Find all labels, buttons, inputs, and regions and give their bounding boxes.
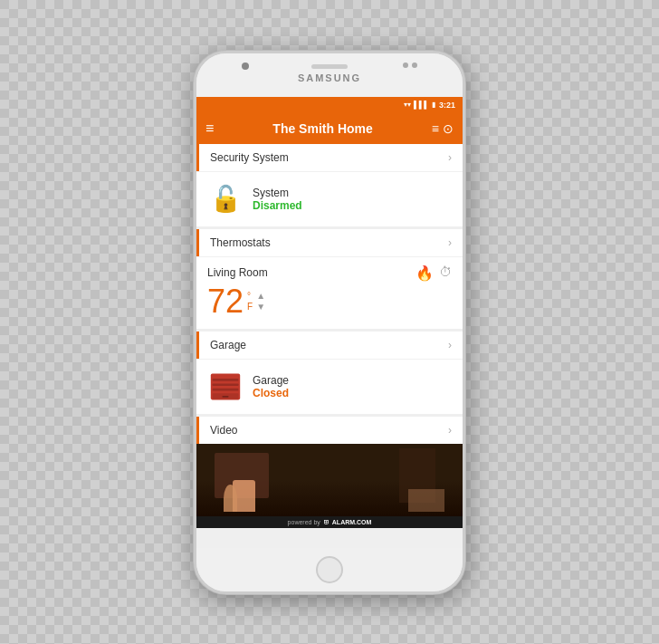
video-section: Video › powered by ⛨ bbox=[196, 417, 463, 528]
video-section-title: Video bbox=[210, 424, 237, 437]
status-time: 3:21 bbox=[439, 101, 455, 110]
security-info: System Disarmed bbox=[253, 187, 302, 212]
svg-rect-5 bbox=[222, 395, 228, 397]
thermostat-section-title: Thermostats bbox=[210, 236, 271, 249]
garage-section-body: Garage Closed bbox=[196, 359, 463, 414]
thermostat-temperature: 72 bbox=[207, 285, 244, 318]
garage-section: Garage › bbox=[196, 332, 463, 414]
home-button[interactable] bbox=[316, 556, 343, 583]
security-chevron-icon: › bbox=[448, 151, 452, 164]
security-section: Security System › 🔓 System Disarmed bbox=[196, 144, 463, 226]
signal-icon: ▌▌▌ bbox=[414, 101, 429, 109]
garage-door-icon bbox=[209, 370, 242, 403]
sensor-dot-2 bbox=[412, 62, 417, 68]
top-bar-right-icons: ≡ ⊙ bbox=[432, 121, 454, 136]
sensor-dot-1 bbox=[403, 62, 408, 68]
unit-f: F bbox=[247, 302, 253, 312]
svg-rect-2 bbox=[213, 383, 239, 386]
phone-bottom-bezel bbox=[196, 548, 463, 591]
unlock-icon: 🔓 bbox=[210, 184, 242, 214]
security-status: Disarmed bbox=[253, 199, 302, 212]
temp-up-icon[interactable]: ▲ bbox=[256, 291, 265, 301]
video-feed bbox=[196, 444, 463, 516]
wifi-icon: ▾▾ bbox=[404, 101, 411, 109]
phone-speaker bbox=[311, 64, 348, 69]
thermostat-chevron-icon: › bbox=[448, 236, 452, 249]
schedule-icon[interactable]: ⏱ bbox=[439, 264, 452, 282]
check-circle-icon[interactable]: ⊙ bbox=[443, 121, 454, 136]
powered-by-bar: powered by ⛨ ALARM.COM bbox=[196, 516, 463, 528]
thermostat-section: Thermostats › Living Room 🔥 ⏱ 72 bbox=[196, 229, 463, 329]
garage-icon-container bbox=[207, 369, 244, 405]
list-icon[interactable]: ≡ bbox=[432, 121, 439, 136]
temperature-stepper[interactable]: ▲ ▼ bbox=[256, 291, 265, 312]
security-section-body: 🔓 System Disarmed bbox=[196, 171, 463, 226]
thermostat-temperature-row: 72 ° F ▲ ▼ bbox=[207, 282, 452, 322]
phone-brand-label: SAMSUNG bbox=[298, 72, 361, 83]
video-section-body[interactable] bbox=[196, 444, 463, 516]
thermostat-unit: ° F bbox=[247, 291, 253, 312]
security-item-label: System bbox=[253, 187, 302, 199]
status-bar: ▾▾ ▌▌▌ ▮ 3:21 bbox=[196, 97, 463, 113]
alarm-brand: ALARM.COM bbox=[332, 519, 372, 525]
thermostat-top-row: Living Room 🔥 ⏱ bbox=[207, 264, 452, 282]
phone-top-bezel: SAMSUNG bbox=[196, 53, 463, 97]
alarm-shield-icon: ⛨ bbox=[323, 519, 330, 525]
battery-icon: ▮ bbox=[432, 101, 435, 109]
garage-info: Garage Closed bbox=[253, 374, 289, 399]
security-icon-container: 🔓 bbox=[207, 181, 244, 217]
top-navigation-bar: ≡ The Smith Home ≡ ⊙ bbox=[196, 113, 463, 144]
security-section-header[interactable]: Security System › bbox=[196, 144, 463, 171]
degree-symbol: ° bbox=[247, 291, 251, 302]
app-title: The Smith Home bbox=[272, 121, 372, 136]
garage-section-header[interactable]: Garage › bbox=[196, 332, 463, 359]
phone-screen: ▾▾ ▌▌▌ ▮ 3:21 ≡ The Smith Home ≡ ⊙ Secur… bbox=[196, 97, 463, 548]
video-chevron-icon: › bbox=[448, 424, 452, 437]
garage-section-title: Garage bbox=[210, 339, 246, 351]
powered-by-text: powered by bbox=[288, 519, 320, 525]
svg-rect-1 bbox=[213, 379, 239, 381]
thermostat-control-icons: 🔥 ⏱ bbox=[415, 264, 452, 282]
garage-status: Closed bbox=[253, 387, 289, 399]
phone-camera bbox=[242, 62, 249, 70]
thermostat-section-header[interactable]: Thermostats › bbox=[196, 229, 463, 256]
heat-icon[interactable]: 🔥 bbox=[415, 264, 434, 282]
menu-icon[interactable]: ≡ bbox=[205, 120, 214, 137]
thermostat-section-body: Living Room 🔥 ⏱ 72 ° F ▲ bbox=[196, 256, 463, 329]
garage-chevron-icon: › bbox=[448, 339, 452, 351]
garage-item-label: Garage bbox=[253, 374, 289, 387]
main-content: Security System › 🔓 System Disarmed Ther… bbox=[196, 144, 463, 548]
thermostat-room-label: Living Room bbox=[207, 266, 268, 279]
phone-sensors bbox=[403, 62, 417, 68]
status-icons: ▾▾ ▌▌▌ ▮ bbox=[404, 101, 435, 109]
phone-device: SAMSUNG ▾▾ ▌▌▌ ▮ 3:21 ≡ The Smith Home ≡… bbox=[194, 51, 465, 594]
temp-down-icon[interactable]: ▼ bbox=[256, 302, 265, 312]
security-section-title: Security System bbox=[210, 151, 289, 164]
svg-rect-3 bbox=[213, 388, 239, 390]
video-section-header[interactable]: Video › bbox=[196, 417, 463, 444]
